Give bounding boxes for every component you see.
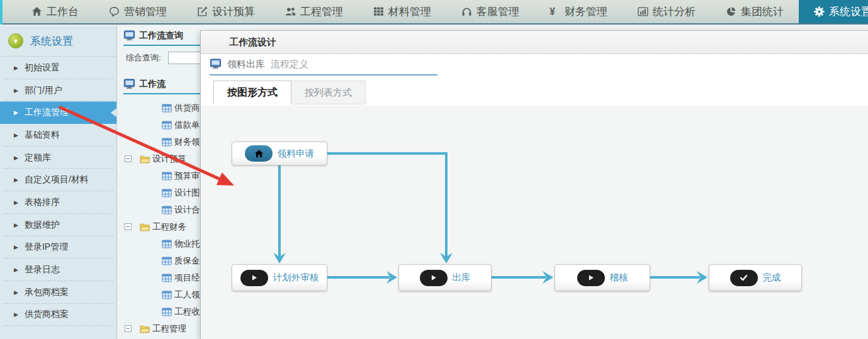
collapse-icon[interactable]: − <box>125 325 132 332</box>
tab-list-view[interactable]: 按列表方式 <box>291 81 366 104</box>
nav-item-bar-chart[interactable]: 统计分析 <box>623 0 711 23</box>
flow-node-label: 出库 <box>453 272 471 284</box>
collapse-icon[interactable]: − <box>125 155 132 162</box>
sidebar-item-6[interactable]: ▶表格排序 <box>0 191 116 214</box>
sidebar-item-0[interactable]: ▶初始设置 <box>0 57 116 79</box>
flow-node-audit[interactable]: 稽核 <box>555 264 650 291</box>
users-icon <box>285 6 296 17</box>
sidebar-item-9[interactable]: ▶登录日志 <box>0 258 116 281</box>
table-icon <box>162 291 172 299</box>
nav-item-label: 工程管理 <box>300 4 343 19</box>
workflow-designer-title: 工作流设计 <box>229 36 276 48</box>
nav-item-label: 系统设置 <box>829 4 868 19</box>
nav-item-label: 设计预算 <box>212 4 255 19</box>
tree-label: 物业托 <box>174 238 200 250</box>
flow-node-review[interactable]: 计划外审核 <box>232 264 327 291</box>
nav-item-gear[interactable]: 系统设置 <box>799 0 868 23</box>
nav-accent-strip <box>0 0 3 25</box>
table-icon <box>162 104 172 113</box>
table-icon <box>162 308 172 316</box>
play-icon <box>420 270 448 286</box>
document-title: 领料出库 <box>227 58 265 70</box>
tree-label: 工程收 <box>174 306 200 318</box>
nav-item-label: 统计分析 <box>653 4 696 19</box>
workflow-query-header: 工作流查询 <box>123 26 200 46</box>
connector-lines <box>201 106 868 339</box>
caret-right-icon: ▶ <box>14 289 18 296</box>
sidebar-item-11[interactable]: ▶供货商档案 <box>0 304 116 326</box>
gear-icon <box>814 6 825 17</box>
flow-node-done[interactable]: 完成 <box>709 264 802 291</box>
table-icon <box>162 274 172 282</box>
caret-right-icon: ▶ <box>14 222 18 228</box>
tree-label: 预算审 <box>174 170 200 182</box>
sidebar-item-label: 承包商档案 <box>25 287 69 298</box>
sidebar-item-5[interactable]: ▶自定义项目/材料 <box>0 169 116 191</box>
tree-label: 设计预算 <box>152 153 186 165</box>
flow-node-label: 领料申请 <box>278 148 314 160</box>
nav-item-grid[interactable]: 材料管理 <box>358 0 446 23</box>
nav-item-label: 营销管理 <box>124 4 167 19</box>
caret-right-icon: ▶ <box>14 177 18 183</box>
table-icon <box>162 257 172 265</box>
sidebar-item-label: 数据维护 <box>25 220 60 231</box>
flow-node-label: 稽核 <box>610 272 628 284</box>
document-row: 领料出库 流程定义 <box>210 54 437 75</box>
flow-node-start[interactable]: 领料申请 <box>232 142 327 165</box>
nav-item-label: 财务管理 <box>565 4 607 19</box>
sidebar-item-label: 登录日志 <box>25 264 60 275</box>
chevron-down-circle-icon[interactable]: ▼ <box>8 33 23 48</box>
sidebar-item-2[interactable]: ▶工作流管理 <box>0 101 116 124</box>
tree-label: 供货商 <box>174 103 200 114</box>
table-icon <box>162 121 172 130</box>
sidebar-item-label: 工作流管理 <box>25 107 69 118</box>
folder-icon <box>140 223 150 231</box>
flow-node-out[interactable]: 出库 <box>398 264 492 291</box>
workflow-designer-panel: 工作流设计 领料出库 流程定义 按图形方式按列表方式 领料申请计划外审核出库稽核… <box>200 30 868 339</box>
sidebar-item-10[interactable]: ▶承包商档案 <box>0 281 116 304</box>
caret-right-icon: ▶ <box>14 65 18 71</box>
folder-icon <box>140 325 150 333</box>
yen-icon: ¥ <box>550 6 560 17</box>
nav-item-chat[interactable]: 营销管理 <box>94 0 182 23</box>
search-input[interactable] <box>168 52 205 64</box>
caret-right-icon: ▶ <box>14 267 18 273</box>
caret-right-icon: ▶ <box>14 87 18 94</box>
sidebar-item-label: 登录IP管理 <box>25 242 68 253</box>
sidebar-item-8[interactable]: ▶登录IP管理 <box>0 236 116 259</box>
sidebar-item-4[interactable]: ▶定额库 <box>0 147 116 169</box>
nav-item-home[interactable]: 工作台 <box>16 0 94 23</box>
nav-item-headset[interactable]: 客服管理 <box>446 0 534 23</box>
nav-item-label: 集团统计 <box>741 4 784 19</box>
sidebar-item-3[interactable]: ▶基础资料 <box>0 124 116 147</box>
sidebar-item-1[interactable]: ▶部门/用户 <box>0 79 116 102</box>
nav-item-users[interactable]: 工程管理 <box>270 0 358 23</box>
play-icon <box>577 270 605 286</box>
sidebar-item-7[interactable]: ▶数据维护 <box>0 214 116 236</box>
nav-item-pie-chart[interactable]: 集团统计 <box>711 0 799 23</box>
collapse-icon[interactable]: − <box>125 223 132 230</box>
tree-label: 质保金 <box>174 255 200 267</box>
home-icon <box>245 145 273 162</box>
caret-right-icon: ▶ <box>14 132 18 138</box>
nav-item-label: 客服管理 <box>476 4 519 19</box>
caret-right-icon: ▶ <box>14 311 18 318</box>
sidebar-item-label: 定额库 <box>25 152 51 164</box>
nav-item-edit[interactable]: 设计预算 <box>182 0 270 23</box>
monitor-icon <box>210 58 222 70</box>
tree-label: 设计合 <box>174 204 200 216</box>
sidebar-item-label: 基础资料 <box>25 130 60 141</box>
workflow-query-title: 工作流查询 <box>139 30 183 42</box>
workflow-tree-header: 工作流 <box>123 74 200 94</box>
tree-label: 工人领 <box>174 289 200 301</box>
table-icon <box>162 240 172 248</box>
edit-icon <box>197 6 208 17</box>
monitor-icon <box>123 79 135 90</box>
caret-right-icon: ▶ <box>14 244 18 250</box>
nav-item-yen[interactable]: ¥财务管理 <box>534 0 623 23</box>
table-icon <box>162 189 172 197</box>
workflow-canvas[interactable]: 领料申请计划外审核出库稽核完成 <box>201 106 868 339</box>
tab-graph-view[interactable]: 按图形方式 <box>213 81 291 104</box>
sidebar-item-label: 部门/用户 <box>25 85 62 96</box>
view-tabs: 按图形方式按列表方式 <box>213 81 868 104</box>
